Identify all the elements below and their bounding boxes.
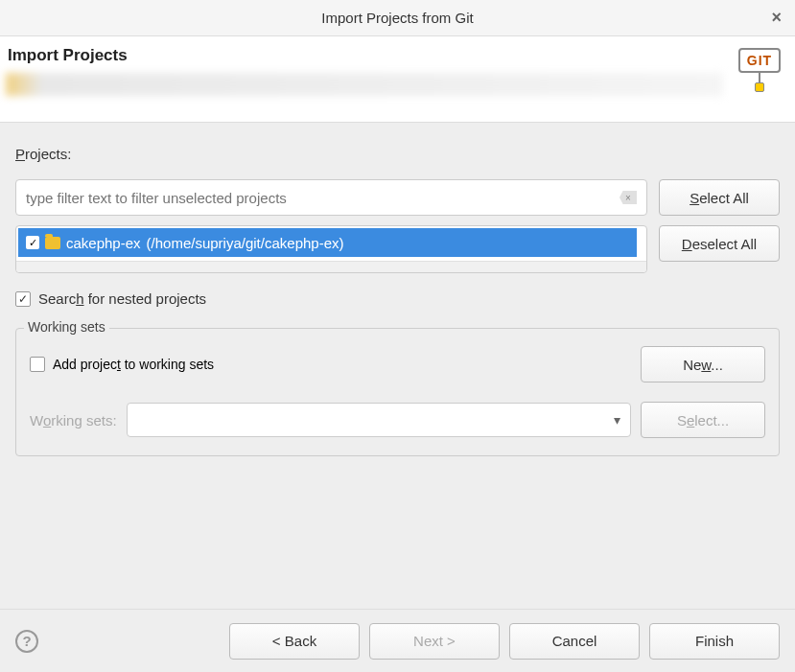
git-icon-label: GIT	[738, 48, 781, 73]
projects-left: × ✓ cakephp-ex (/home/supriya/git/cakeph…	[15, 179, 647, 273]
search-nested-checkbox[interactable]	[15, 291, 31, 307]
horizontal-scrollbar[interactable]	[16, 261, 646, 272]
clear-filter-icon[interactable]: ×	[620, 191, 637, 204]
projects-list[interactable]: ✓ cakephp-ex (/home/supriya/git/cakephp-…	[15, 225, 647, 273]
folder-icon	[45, 237, 60, 249]
main-content: Projects: × ✓ cakephp-ex (/home/supriya/…	[0, 123, 795, 466]
project-path: (/home/supriya/git/cakephp-ex)	[147, 235, 344, 251]
working-sets-legend: Working sets	[24, 319, 109, 335]
project-checkbox[interactable]: ✓	[26, 236, 39, 249]
ws-combo-row: Working sets: ▾ Select...	[30, 402, 765, 438]
working-sets-combo-label: Working sets:	[30, 412, 117, 429]
cancel-button[interactable]: Cancel	[509, 623, 640, 660]
titlebar: Import Projects from Git ×	[0, 0, 795, 36]
add-to-working-sets-label: Add project to working sets	[53, 357, 214, 372]
back-button[interactable]: < Back	[229, 623, 360, 660]
deselect-all-button[interactable]: Deselect All	[659, 225, 780, 262]
header-description-blur	[6, 73, 723, 96]
help-icon[interactable]: ?	[15, 630, 38, 653]
filter-box: ×	[15, 179, 647, 216]
ws-add-row: Add project to working sets New...	[30, 346, 765, 382]
next-button: Next >	[369, 623, 500, 660]
select-working-set-button: Select...	[641, 402, 765, 438]
working-sets-combo[interactable]: ▾	[127, 403, 631, 437]
filter-input[interactable]	[26, 190, 637, 206]
working-sets-group: Working sets Add project to working sets…	[15, 328, 780, 456]
project-item[interactable]: ✓ cakephp-ex (/home/supriya/git/cakephp-…	[18, 228, 637, 257]
chevron-down-icon: ▾	[614, 412, 620, 428]
finish-button[interactable]: Finish	[649, 623, 780, 660]
search-nested-row: Search for nested projects	[15, 290, 780, 307]
wizard-header: Import Projects GIT	[0, 36, 795, 123]
close-icon[interactable]: ×	[771, 9, 782, 26]
window-title: Import Projects from Git	[321, 10, 473, 26]
project-name: cakephp-ex	[66, 235, 141, 251]
git-icon: GIT	[730, 38, 789, 120]
page-title: Import Projects	[8, 46, 128, 65]
projects-buttons: Select All Deselect All	[659, 179, 780, 262]
wizard-footer: ? < Back Next > Cancel Finish	[0, 609, 795, 672]
projects-row: × ✓ cakephp-ex (/home/supriya/git/cakeph…	[15, 179, 780, 273]
add-to-working-sets-checkbox[interactable]	[30, 357, 45, 372]
search-nested-label: Search for nested projects	[38, 290, 206, 307]
select-all-button[interactable]: Select All	[659, 179, 780, 216]
projects-label: Projects:	[15, 146, 780, 162]
new-working-set-button[interactable]: New...	[641, 346, 765, 382]
